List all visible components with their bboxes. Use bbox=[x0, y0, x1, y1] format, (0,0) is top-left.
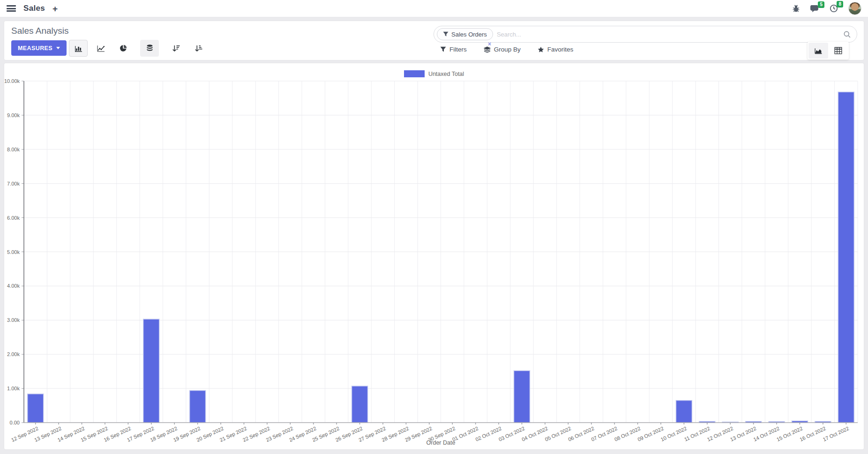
x-tick-label: 15 Oct 2022 bbox=[776, 425, 803, 442]
y-tick-label: 3.00k bbox=[7, 317, 20, 323]
x-tick-label: 13 Oct 2022 bbox=[729, 425, 757, 442]
sort-ascending-button[interactable] bbox=[189, 40, 208, 57]
x-tick-label: 12 Oct 2022 bbox=[706, 425, 734, 442]
x-tick-label: 17 Oct 2022 bbox=[822, 425, 850, 442]
x-tick-label: 11 Oct 2022 bbox=[683, 425, 711, 442]
x-tick-label: 05 Oct 2022 bbox=[544, 425, 572, 442]
chart-area: Untaxed Total 0.001.00k2.00k3.00k4.00k5.… bbox=[4, 63, 864, 449]
filter-funnel-icon bbox=[440, 46, 446, 52]
y-tick-label: 6.00k bbox=[7, 215, 20, 221]
new-tab-button[interactable]: + bbox=[52, 4, 58, 13]
x-tick-label: 06 Oct 2022 bbox=[567, 425, 595, 442]
search-input[interactable] bbox=[497, 31, 843, 38]
pie-chart-view-button[interactable] bbox=[114, 40, 133, 57]
filters-button[interactable]: Filters bbox=[440, 46, 467, 53]
messages-icon[interactable]: 5 bbox=[810, 5, 819, 13]
search-facet-sales-orders[interactable]: Sales Orders bbox=[437, 28, 493, 40]
chart-legend[interactable]: Untaxed Total bbox=[4, 63, 864, 78]
bar-10-Oct-2022[interactable] bbox=[676, 401, 692, 423]
y-tick-label: 0.00 bbox=[10, 420, 20, 425]
y-tick-label: 10.00k bbox=[4, 78, 20, 84]
y-tick-label: 5.00k bbox=[7, 249, 20, 255]
line-chart-view-button[interactable] bbox=[91, 40, 110, 57]
bar-chart-view-button[interactable] bbox=[69, 40, 88, 57]
bar-03-Oct-2022[interactable] bbox=[514, 371, 530, 423]
group-by-button[interactable]: Group By bbox=[484, 46, 521, 53]
y-tick-label: 9.00k bbox=[7, 112, 20, 118]
bar-19-Sep-2022[interactable] bbox=[190, 390, 206, 423]
layers-icon bbox=[484, 46, 491, 53]
y-tick-label: 8.00k bbox=[7, 147, 20, 152]
messages-count-badge: 5 bbox=[818, 1, 824, 8]
user-avatar[interactable] bbox=[848, 2, 861, 15]
x-tick-label: 04 Oct 2022 bbox=[521, 425, 548, 442]
pivot-view-button[interactable] bbox=[828, 43, 848, 59]
stacked-toggle-button[interactable] bbox=[140, 40, 159, 57]
measures-button[interactable]: MEASURES bbox=[11, 40, 67, 56]
page-title: Sales Analysis bbox=[11, 26, 69, 36]
x-axis-title: Order Date bbox=[427, 439, 456, 446]
caret-down-icon bbox=[56, 47, 60, 49]
search-icon[interactable] bbox=[843, 30, 851, 38]
x-tick-label: 02 Oct 2022 bbox=[474, 425, 502, 442]
favorites-button[interactable]: Favorites bbox=[538, 46, 574, 53]
y-tick-label: 2.00k bbox=[7, 351, 20, 357]
x-tick-label: 03 Oct 2022 bbox=[498, 425, 525, 442]
y-tick-label: 1.00k bbox=[7, 386, 20, 391]
x-tick-label: 16 Oct 2022 bbox=[799, 425, 826, 442]
app-title[interactable]: Sales bbox=[23, 4, 45, 13]
activities-count-badge: 8 bbox=[837, 1, 843, 7]
x-tick-label: 07 Oct 2022 bbox=[591, 425, 618, 442]
y-tick-label: 7.00k bbox=[7, 181, 20, 186]
x-tick-label: 08 Oct 2022 bbox=[614, 425, 641, 442]
view-switcher bbox=[808, 42, 849, 60]
x-tick-label: 14 Oct 2022 bbox=[752, 425, 780, 442]
x-tick-label: 01 Oct 2022 bbox=[451, 425, 479, 442]
hamburger-menu-icon[interactable] bbox=[7, 5, 16, 12]
graph-view-button[interactable] bbox=[808, 43, 828, 59]
x-tick-label: 09 Oct 2022 bbox=[636, 425, 664, 442]
bar-26-Sep-2022[interactable] bbox=[352, 386, 368, 423]
debug-bug-icon[interactable] bbox=[792, 5, 800, 13]
bar-chart: 0.001.00k2.00k3.00k4.00k5.00k6.00k7.00k8… bbox=[4, 78, 864, 448]
bar-17-Sep-2022[interactable] bbox=[143, 319, 159, 423]
filter-funnel-icon bbox=[443, 31, 449, 37]
activities-clock-icon[interactable]: 8 bbox=[830, 4, 838, 13]
legend-label: Untaxed Total bbox=[428, 71, 464, 77]
bar-12-Sep-2022[interactable] bbox=[28, 394, 44, 423]
control-panel: Sales Analysis MEASURES bbox=[4, 21, 864, 60]
y-tick-label: 4.00k bbox=[7, 283, 20, 289]
search-bar[interactable]: Sales Orders × bbox=[434, 26, 857, 43]
bar-17-Oct-2022[interactable] bbox=[838, 92, 854, 423]
sort-descending-button[interactable] bbox=[166, 40, 185, 57]
x-tick-label: 10 Oct 2022 bbox=[660, 425, 688, 442]
star-icon bbox=[538, 46, 544, 53]
top-navbar: Sales + 5 8 bbox=[0, 0, 868, 17]
legend-swatch bbox=[404, 70, 425, 77]
